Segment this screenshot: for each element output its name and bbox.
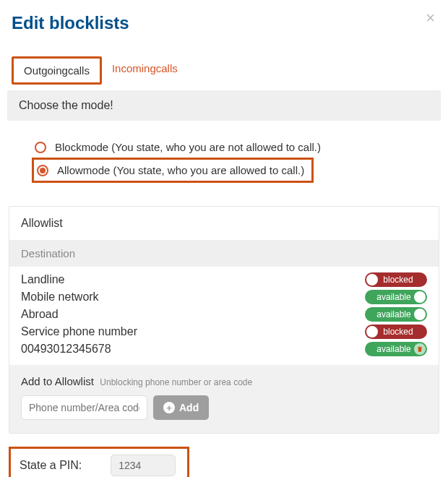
list-item: Abroad available bbox=[9, 306, 439, 323]
add-hint: Unblocking phone number or area code bbox=[100, 377, 252, 387]
mode-allow[interactable]: Allowmode (You state, who you are allowe… bbox=[32, 158, 314, 183]
radio-selected-icon bbox=[37, 165, 48, 176]
add-button-label: Add bbox=[179, 402, 199, 413]
tab-incoming[interactable]: Incomingcalls bbox=[102, 56, 188, 85]
dialog-title: Edit blocklists bbox=[7, 13, 441, 33]
mode-block-label: Blockmode (You state, who you are not al… bbox=[55, 141, 321, 153]
tabs: Outgoingcalls Incomingcalls bbox=[7, 56, 441, 85]
list-item: Landline blocked bbox=[9, 271, 439, 288]
allowlist-heading: Allowlist bbox=[9, 207, 439, 240]
toggle-blocked[interactable]: blocked bbox=[365, 325, 427, 339]
toggle-available-deletable[interactable]: available bbox=[365, 342, 427, 356]
mode-heading: Choose the mode! bbox=[7, 90, 441, 121]
toggle-label: available bbox=[376, 342, 410, 356]
tab-outgoing[interactable]: Outgoingcalls bbox=[12, 56, 102, 85]
destination-label: Landline bbox=[21, 273, 65, 286]
radio-unselected-icon bbox=[35, 142, 46, 153]
list-item: Mobile network available bbox=[9, 288, 439, 306]
pin-input[interactable] bbox=[111, 455, 176, 476]
toggle-blocked[interactable]: blocked bbox=[365, 272, 427, 287]
add-label: Add to Allowlist bbox=[21, 375, 94, 387]
list-item: 00493012345678 available bbox=[9, 340, 439, 358]
destination-label: Abroad bbox=[21, 308, 59, 321]
mode-options: Blockmode (You state, who you are not al… bbox=[7, 121, 441, 196]
trash-icon[interactable] bbox=[414, 343, 426, 355]
toggle-knob-icon bbox=[366, 274, 378, 285]
destination-label: Mobile network bbox=[21, 291, 99, 304]
mode-allow-label: Allowmode (You state, who you are allowe… bbox=[57, 164, 304, 176]
toggle-label: blocked bbox=[383, 325, 413, 339]
allowlist-col-destination: Destination bbox=[9, 240, 439, 267]
list-item: Service phone number blocked bbox=[9, 323, 439, 340]
pin-label: State a PIN: bbox=[20, 459, 82, 472]
toggle-label: blocked bbox=[383, 272, 413, 287]
phone-input[interactable] bbox=[21, 395, 147, 420]
allowlist-rows: Landline blocked Mobile network availabl… bbox=[9, 267, 439, 365]
close-icon[interactable]: × bbox=[426, 10, 435, 26]
pin-section: State a PIN: bbox=[9, 447, 189, 477]
destination-label: 00493012345678 bbox=[21, 343, 111, 356]
mode-block[interactable]: Blockmode (You state, who you are not al… bbox=[32, 137, 434, 158]
toggle-available[interactable]: available bbox=[365, 290, 427, 304]
allowlist-panel: Allowlist Destination Landline blocked M… bbox=[9, 206, 439, 434]
toggle-knob-icon bbox=[414, 291, 426, 303]
add-button[interactable]: + Add bbox=[153, 395, 209, 420]
toggle-label: available bbox=[376, 290, 410, 304]
toggle-available[interactable]: available bbox=[365, 307, 427, 322]
toggle-knob-icon bbox=[414, 309, 426, 320]
toggle-label: available bbox=[376, 307, 410, 322]
plus-icon: + bbox=[163, 402, 175, 413]
toggle-knob-icon bbox=[366, 326, 378, 338]
destination-label: Service phone number bbox=[21, 325, 137, 338]
add-to-allowlist: Add to Allowlist Unblocking phone number… bbox=[9, 365, 439, 433]
